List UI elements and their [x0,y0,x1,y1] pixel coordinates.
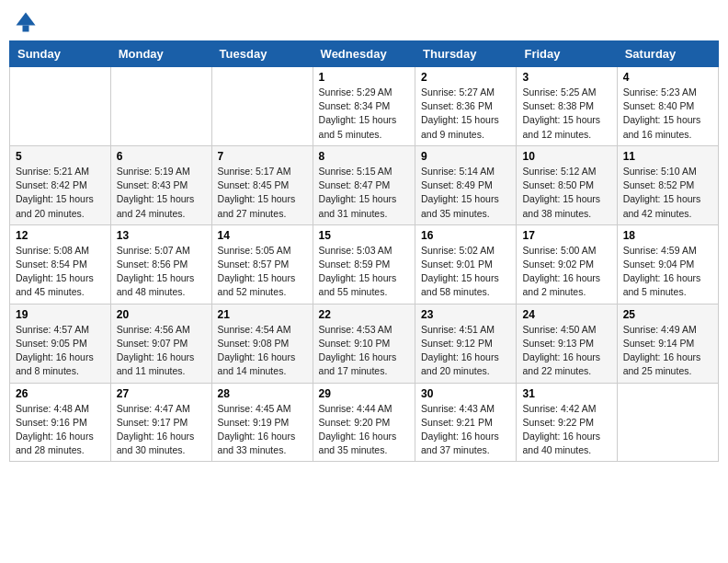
day-number: 11 [623,150,712,163]
day-number: 14 [218,229,307,242]
calendar-cell: 29Sunrise: 4:44 AM Sunset: 9:20 PM Dayli… [313,383,415,462]
calendar-cell: 25Sunrise: 4:49 AM Sunset: 9:14 PM Dayli… [617,304,718,383]
day-info: Sunrise: 4:48 AM Sunset: 9:16 PM Dayligh… [16,402,105,458]
day-number: 2 [421,71,510,84]
calendar-cell [110,67,211,146]
day-info: Sunrise: 5:03 AM Sunset: 8:59 PM Dayligh… [319,244,409,300]
day-number: 30 [421,387,510,400]
day-info: Sunrise: 4:53 AM Sunset: 9:10 PM Dayligh… [319,323,409,379]
calendar-cell: 12Sunrise: 5:08 AM Sunset: 8:54 PM Dayli… [10,224,111,304]
day-info: Sunrise: 5:00 AM Sunset: 9:02 PM Dayligh… [522,244,610,300]
day-number: 3 [522,71,610,84]
calendar-cell: 27Sunrise: 4:47 AM Sunset: 9:17 PM Dayli… [110,383,211,462]
day-info: Sunrise: 5:07 AM Sunset: 8:56 PM Dayligh… [117,244,206,300]
day-number: 17 [522,229,610,242]
day-number: 31 [522,387,610,400]
day-info: Sunrise: 4:51 AM Sunset: 9:12 PM Dayligh… [421,323,510,379]
svg-marker-0 [17,13,36,26]
day-number: 25 [623,308,712,321]
day-number: 29 [319,387,409,400]
calendar-cell: 22Sunrise: 4:53 AM Sunset: 9:10 PM Dayli… [313,304,415,383]
day-number: 21 [218,308,307,321]
weekday-header-row: SundayMondayTuesdayWednesdayThursdayFrid… [10,41,719,67]
day-number: 4 [623,71,712,84]
weekday-header-wednesday: Wednesday [313,41,415,67]
calendar-cell: 1Sunrise: 5:29 AM Sunset: 8:34 PM Daylig… [313,67,415,146]
day-info: Sunrise: 5:23 AM Sunset: 8:40 PM Dayligh… [623,86,712,142]
calendar-cell: 11Sunrise: 5:10 AM Sunset: 8:52 PM Dayli… [617,145,718,224]
day-info: Sunrise: 4:56 AM Sunset: 9:07 PM Dayligh… [117,323,206,379]
calendar-cell: 20Sunrise: 4:56 AM Sunset: 9:07 PM Dayli… [110,304,211,383]
page-header [9,9,719,35]
day-number: 19 [16,308,105,321]
day-info: Sunrise: 4:54 AM Sunset: 9:08 PM Dayligh… [218,323,307,379]
day-number: 16 [421,229,510,242]
calendar-cell: 13Sunrise: 5:07 AM Sunset: 8:56 PM Dayli… [110,224,211,304]
day-info: Sunrise: 4:49 AM Sunset: 9:14 PM Dayligh… [623,323,712,379]
day-number: 28 [218,387,307,400]
day-info: Sunrise: 5:02 AM Sunset: 9:01 PM Dayligh… [421,244,510,300]
calendar-cell: 5Sunrise: 5:21 AM Sunset: 8:42 PM Daylig… [10,145,111,224]
day-number: 24 [522,308,610,321]
day-info: Sunrise: 5:15 AM Sunset: 8:47 PM Dayligh… [319,165,409,221]
day-info: Sunrise: 4:59 AM Sunset: 9:04 PM Dayligh… [623,244,712,300]
calendar-cell: 7Sunrise: 5:17 AM Sunset: 8:45 PM Daylig… [211,145,313,224]
day-info: Sunrise: 4:47 AM Sunset: 9:17 PM Dayligh… [117,402,206,458]
day-number: 9 [421,150,510,163]
calendar-table: SundayMondayTuesdayWednesdayThursdayFrid… [9,40,719,462]
calendar-cell: 23Sunrise: 4:51 AM Sunset: 9:12 PM Dayli… [415,304,517,383]
day-number: 8 [319,150,409,163]
calendar-cell: 30Sunrise: 4:43 AM Sunset: 9:21 PM Dayli… [415,383,517,462]
calendar-cell: 24Sunrise: 4:50 AM Sunset: 9:13 PM Dayli… [517,304,617,383]
day-info: Sunrise: 4:45 AM Sunset: 9:19 PM Dayligh… [218,402,307,458]
day-number: 23 [421,308,510,321]
calendar-cell: 3Sunrise: 5:25 AM Sunset: 8:38 PM Daylig… [517,67,617,146]
day-number: 15 [319,229,409,242]
day-info: Sunrise: 4:50 AM Sunset: 9:13 PM Dayligh… [522,323,610,379]
calendar-cell: 4Sunrise: 5:23 AM Sunset: 8:40 PM Daylig… [617,67,718,146]
calendar-cell [211,67,313,146]
calendar-cell: 6Sunrise: 5:19 AM Sunset: 8:43 PM Daylig… [110,145,211,224]
day-number: 26 [16,387,105,400]
day-info: Sunrise: 4:44 AM Sunset: 9:20 PM Dayligh… [319,402,409,458]
logo-icon [13,9,39,35]
calendar-row-1: 5Sunrise: 5:21 AM Sunset: 8:42 PM Daylig… [10,145,719,224]
weekday-header-tuesday: Tuesday [211,41,313,67]
calendar-cell: 28Sunrise: 4:45 AM Sunset: 9:19 PM Dayli… [211,383,313,462]
day-number: 22 [319,308,409,321]
calendar-cell: 19Sunrise: 4:57 AM Sunset: 9:05 PM Dayli… [10,304,111,383]
day-info: Sunrise: 5:27 AM Sunset: 8:36 PM Dayligh… [421,86,510,142]
weekday-header-thursday: Thursday [415,41,517,67]
day-info: Sunrise: 4:42 AM Sunset: 9:22 PM Dayligh… [522,402,610,458]
calendar-cell: 21Sunrise: 4:54 AM Sunset: 9:08 PM Dayli… [211,304,313,383]
day-info: Sunrise: 5:21 AM Sunset: 8:42 PM Dayligh… [16,165,105,221]
calendar-cell: 14Sunrise: 5:05 AM Sunset: 8:57 PM Dayli… [211,224,313,304]
day-info: Sunrise: 5:08 AM Sunset: 8:54 PM Dayligh… [16,244,105,300]
calendar-cell [10,67,111,146]
calendar-cell [617,383,718,462]
weekday-header-sunday: Sunday [10,41,111,67]
day-info: Sunrise: 5:12 AM Sunset: 8:50 PM Dayligh… [522,165,610,221]
calendar-cell: 15Sunrise: 5:03 AM Sunset: 8:59 PM Dayli… [313,224,415,304]
day-number: 27 [117,387,206,400]
calendar-cell: 18Sunrise: 4:59 AM Sunset: 9:04 PM Dayli… [617,224,718,304]
weekday-header-friday: Friday [517,41,617,67]
day-number: 20 [117,308,206,321]
day-info: Sunrise: 5:14 AM Sunset: 8:49 PM Dayligh… [421,165,510,221]
day-info: Sunrise: 5:10 AM Sunset: 8:52 PM Dayligh… [623,165,712,221]
calendar-cell: 17Sunrise: 5:00 AM Sunset: 9:02 PM Dayli… [517,224,617,304]
calendar-cell: 10Sunrise: 5:12 AM Sunset: 8:50 PM Dayli… [517,145,617,224]
calendar-cell: 31Sunrise: 4:42 AM Sunset: 9:22 PM Dayli… [517,383,617,462]
calendar-row-0: 1Sunrise: 5:29 AM Sunset: 8:34 PM Daylig… [10,67,719,146]
day-number: 18 [623,229,712,242]
weekday-header-saturday: Saturday [617,41,718,67]
calendar-cell: 8Sunrise: 5:15 AM Sunset: 8:47 PM Daylig… [313,145,415,224]
weekday-header-monday: Monday [110,41,211,67]
calendar-cell: 9Sunrise: 5:14 AM Sunset: 8:49 PM Daylig… [415,145,517,224]
day-number: 5 [16,150,105,163]
day-number: 10 [522,150,610,163]
day-info: Sunrise: 5:05 AM Sunset: 8:57 PM Dayligh… [218,244,307,300]
day-number: 7 [218,150,307,163]
day-info: Sunrise: 5:19 AM Sunset: 8:43 PM Dayligh… [117,165,206,221]
calendar-row-2: 12Sunrise: 5:08 AM Sunset: 8:54 PM Dayli… [10,224,719,304]
